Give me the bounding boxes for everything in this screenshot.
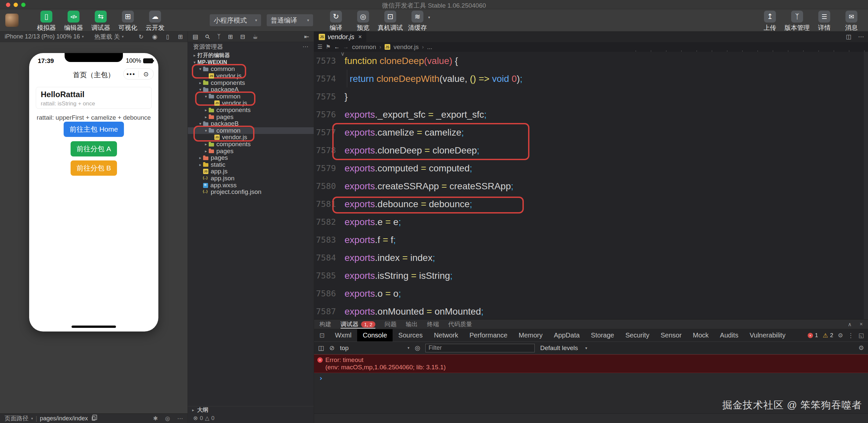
outline-list-icon[interactable]: ☰ [317,43,322,50]
devtools-tab[interactable]: Vulnerability [744,329,791,341]
extensions-icon[interactable]: ⊞ [228,33,233,40]
tree-item[interactable]: ▸ components [188,107,314,114]
tree-item[interactable]: ▸ pages [188,154,314,161]
tree-item[interactable]: project.config.json [188,189,314,195]
toolbar-button[interactable]: 详情 [812,10,836,32]
goto-package-b-button[interactable]: 前往分包 B [70,160,117,176]
code-editor[interactable]: ∨ 7573 function cloneDeep(value) { 7574 … [314,52,868,319]
split-editor-icon[interactable]: ◫ [846,33,851,40]
more-menu-icon[interactable]: ●●● [124,71,138,76]
page-path-label[interactable]: 页面路径 [5,414,29,422]
breadcrumb-folder[interactable]: common [352,43,376,51]
panel-tab[interactable]: 输出 [406,320,418,329]
devtools-tab[interactable]: Memory [513,329,548,341]
devtools-tab[interactable]: Sources [393,329,428,341]
rotate-icon[interactable]: ↻ [138,33,144,40]
collapse-sidebar-icon[interactable]: ⇤ [304,33,309,40]
eye-icon[interactable]: ◎ [165,415,170,422]
tree-item[interactable]: app.wxss [188,182,314,189]
toolbar-button[interactable]: 调试器 [89,10,113,32]
tree-item[interactable]: ▾ common [188,93,314,100]
editor-scrollbar[interactable] [864,52,868,319]
devtools-tab[interactable]: Console [357,329,393,341]
panel-tab[interactable]: 调试器 1, 2 [341,320,375,329]
forward-icon[interactable]: → [343,44,349,50]
tree-item[interactable]: ▾ packageB [188,120,314,127]
device-frame-icon[interactable]: ▯ [166,33,169,40]
tab-vendor-js[interactable]: vendor.js × [314,31,366,42]
console-sidebar-icon[interactable]: ◫ [318,344,324,352]
tree-item[interactable]: ▾ common [188,127,314,134]
clear-console-icon[interactable]: ⊘ [329,344,335,352]
close-icon[interactable]: × [358,33,362,40]
devtools-tab[interactable]: Mock [687,329,714,341]
tree-item[interactable]: vendor.js [188,134,314,141]
tree-item[interactable]: vendor.js [188,72,314,80]
breadcrumb-symbol[interactable]: ... [427,43,432,51]
devtools-tab[interactable]: AppData [548,329,585,341]
appearance-icon[interactable]: ☕ [252,33,258,40]
devtools-tab[interactable]: Audits [714,329,744,341]
tree-item[interactable]: ▸ pages [188,113,314,120]
devtools-tab[interactable]: Performance [464,329,513,341]
git-ref-icon[interactable]: ᛉ [217,33,221,40]
bug-icon[interactable]: ✱ [153,415,158,422]
toolbar-button[interactable]: 上传 [758,10,782,32]
toolbar-button[interactable]: 消息 [839,10,863,32]
panel-tab[interactable]: 终端 [427,320,439,329]
device-select[interactable]: iPhone 12/13 (Pro) 100% 16 [5,33,80,40]
toolbar-button[interactable]: 真机调试 [378,10,402,32]
hot-reload-toggle[interactable]: 热重载 关 [94,33,120,41]
tree-item[interactable]: ▸ components [188,79,314,86]
warning-badge-icon[interactable]: ⚠ [823,332,828,339]
toolbar-button[interactable]: ▾ 清缓存 [405,10,429,32]
search-icon[interactable]: ⚲ [204,32,212,41]
toolbar-button[interactable]: 编译 [324,10,348,32]
tree-item[interactable]: ▾ MP-WEIXIN [188,59,314,66]
tree-item[interactable]: ▾ packageA [188,86,314,93]
fold-chevron-icon[interactable]: ∨ [341,52,345,57]
mode-select[interactable]: 小程序模式 ▾ [210,14,261,26]
goto-package-a-button[interactable]: 前往分包 A [70,141,117,156]
back-icon[interactable]: ← [334,44,340,50]
toolbar-button[interactable]: 模拟器 [34,10,58,32]
goto-home-button[interactable]: 前往主包 Home [64,122,124,137]
tree-item[interactable]: app.js [188,168,314,175]
devtools-tab[interactable]: Network [428,329,464,341]
tree-item[interactable]: ▾ common [188,66,314,72]
gear-icon[interactable]: ⚙ [838,332,843,339]
collapse-panel-icon[interactable]: ∧ [848,321,852,328]
files-icon[interactable]: ▤ [192,33,198,40]
filter-input[interactable] [425,344,535,353]
kebab-menu-icon[interactable]: ⋮ [848,332,854,339]
toolbar-button[interactable]: 版本管理 [785,10,809,32]
tree-item[interactable]: ▸ pages [188,148,314,154]
panel-tab[interactable]: 问题 [385,320,397,329]
context-select[interactable]: top ▾ [340,344,409,352]
panel-tab[interactable]: 代码质量 [448,320,472,329]
devtools-tab[interactable]: Sensor [655,329,687,341]
outline-section[interactable]: ▸ 大纲 [188,406,314,413]
record-icon[interactable]: ◉ [152,33,157,40]
devtools-tab[interactable]: Security [620,329,655,341]
more-icon[interactable]: ⋯ [858,33,864,40]
tree-item[interactable]: app.json [188,175,314,182]
compile-select[interactable]: 普通编译 ▾ [267,14,313,26]
toolbar-button[interactable]: 编辑器 [62,10,86,32]
dock-side-icon[interactable]: ◱ [858,332,864,339]
tree-item[interactable]: vendor.js [188,100,314,107]
close-target-icon[interactable]: ⊙ [139,70,154,78]
devtools-tab[interactable]: Storage [585,329,620,341]
eye-icon[interactable]: ◎ [415,344,421,352]
more-icon[interactable]: ⋯ [303,43,308,50]
toolbar-button[interactable]: 预览 [351,10,375,32]
devtools-tab[interactable]: Wxml [329,329,357,341]
tree-item[interactable]: ▸ static [188,161,314,169]
tree-item[interactable]: ▸ 打开的编辑器 [188,52,314,59]
toolbar-button[interactable]: 可视化 [116,10,140,32]
panel-tab[interactable]: 构建 [319,320,331,329]
close-panel-icon[interactable]: × [860,321,863,328]
toolbar-button[interactable]: 云开发 [143,10,167,32]
levels-select[interactable]: Default levels ▾ [540,344,587,352]
console-settings-gear-icon[interactable]: ⚙ [858,344,864,352]
